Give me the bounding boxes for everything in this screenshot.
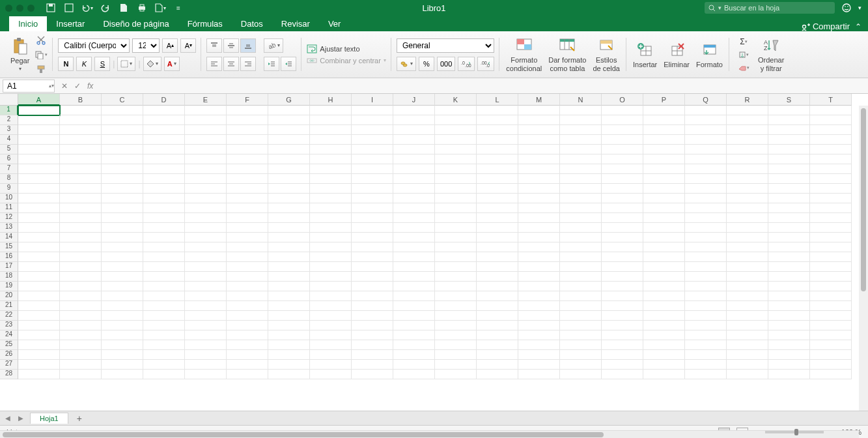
cell[interactable] — [185, 184, 227, 194]
cell[interactable] — [768, 291, 810, 301]
cell[interactable] — [310, 360, 352, 370]
cell[interactable] — [227, 213, 268, 223]
cell[interactable] — [560, 360, 602, 370]
cell[interactable] — [685, 135, 727, 145]
column-header[interactable]: K — [435, 94, 477, 106]
cell[interactable] — [102, 194, 143, 203]
tab-revisar[interactable]: Revisar — [272, 16, 319, 31]
cell[interactable] — [310, 340, 352, 350]
cell[interactable] — [435, 360, 477, 370]
row-header[interactable]: 1 — [0, 106, 18, 115]
cell[interactable] — [60, 360, 102, 370]
cell[interactable] — [18, 321, 60, 330]
cell[interactable] — [810, 242, 852, 252]
cell[interactable] — [643, 135, 685, 145]
number-format-select[interactable]: General — [397, 38, 494, 53]
cell[interactable] — [768, 164, 810, 174]
cell[interactable] — [143, 311, 185, 321]
cell[interactable] — [727, 106, 768, 115]
cell[interactable] — [768, 360, 810, 370]
cell[interactable] — [227, 194, 268, 203]
cell[interactable] — [810, 184, 852, 194]
cell[interactable] — [560, 311, 602, 321]
cell[interactable] — [685, 370, 727, 379]
cell[interactable] — [477, 340, 518, 350]
cell[interactable] — [268, 242, 310, 252]
cell[interactable] — [310, 311, 352, 321]
cell[interactable] — [227, 125, 268, 135]
cell[interactable] — [643, 340, 685, 350]
cell[interactable] — [643, 194, 685, 203]
row-header[interactable]: 2 — [0, 115, 18, 125]
cell[interactable] — [435, 301, 477, 311]
align-bottom-button[interactable] — [240, 38, 256, 53]
align-top-button[interactable] — [206, 38, 222, 53]
cell[interactable] — [727, 291, 768, 301]
row-header[interactable]: 14 — [0, 233, 18, 242]
cell[interactable] — [435, 282, 477, 291]
name-box[interactable]: A1 ▴▾ — [3, 80, 55, 93]
cell[interactable] — [227, 233, 268, 242]
cell[interactable] — [602, 233, 643, 242]
cell[interactable] — [477, 311, 518, 321]
cell[interactable] — [727, 223, 768, 233]
cell[interactable] — [143, 184, 185, 194]
cell[interactable] — [518, 125, 560, 135]
cell[interactable] — [310, 154, 352, 164]
cell[interactable] — [185, 125, 227, 135]
cell[interactable] — [435, 321, 477, 330]
cell[interactable] — [810, 350, 852, 360]
cell[interactable] — [268, 194, 310, 203]
cell[interactable] — [18, 203, 60, 213]
cell[interactable] — [352, 330, 393, 340]
cell[interactable] — [102, 311, 143, 321]
cell-styles-button[interactable]: Estilos de celda — [591, 36, 621, 72]
cell[interactable] — [643, 252, 685, 262]
cell[interactable] — [102, 223, 143, 233]
copy-icon[interactable]: ▾ — [35, 49, 48, 61]
cell[interactable] — [268, 164, 310, 174]
column-header[interactable]: B — [60, 94, 102, 106]
cell[interactable] — [643, 154, 685, 164]
column-header[interactable]: M — [518, 94, 560, 106]
feedback-icon[interactable] — [841, 3, 852, 13]
cell[interactable] — [477, 106, 518, 115]
cell[interactable] — [602, 154, 643, 164]
cell[interactable] — [393, 360, 435, 370]
cell[interactable] — [102, 350, 143, 360]
cell[interactable] — [268, 340, 310, 350]
cell[interactable] — [310, 291, 352, 301]
cell[interactable] — [560, 301, 602, 311]
search-box[interactable]: ▾ Buscar en la hoja — [705, 2, 835, 14]
formula-input[interactable] — [100, 80, 868, 93]
cell[interactable] — [393, 252, 435, 262]
cell[interactable] — [310, 145, 352, 154]
decrease-font-button[interactable]: A▾ — [180, 38, 196, 53]
cell[interactable] — [393, 115, 435, 125]
save-icon[interactable] — [45, 2, 57, 14]
cell[interactable] — [560, 154, 602, 164]
column-header[interactable]: A — [18, 94, 60, 106]
cell[interactable] — [310, 125, 352, 135]
cell[interactable] — [518, 291, 560, 301]
cell[interactable] — [768, 311, 810, 321]
cell[interactable] — [352, 184, 393, 194]
cell[interactable] — [560, 252, 602, 262]
cell[interactable] — [435, 242, 477, 252]
cell[interactable] — [102, 330, 143, 340]
cell[interactable] — [185, 203, 227, 213]
cell[interactable] — [143, 106, 185, 115]
cell[interactable] — [102, 203, 143, 213]
cell[interactable] — [643, 184, 685, 194]
cell[interactable] — [143, 330, 185, 340]
cell[interactable] — [268, 223, 310, 233]
cell[interactable] — [60, 223, 102, 233]
cell[interactable] — [18, 272, 60, 282]
cell[interactable] — [352, 174, 393, 184]
cell[interactable] — [435, 203, 477, 213]
cell[interactable] — [268, 125, 310, 135]
cell[interactable] — [602, 350, 643, 360]
cell[interactable] — [435, 184, 477, 194]
tab-ver[interactable]: Ver — [319, 16, 350, 31]
cell[interactable] — [185, 194, 227, 203]
